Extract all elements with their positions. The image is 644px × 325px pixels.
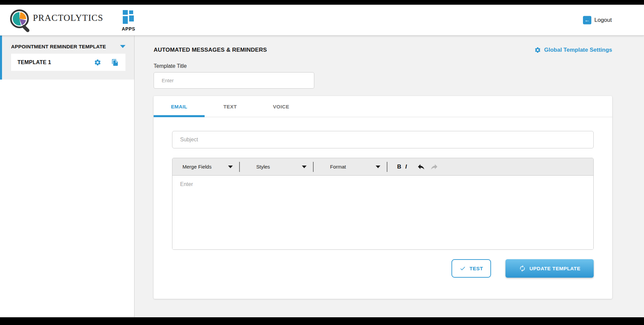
logout-button[interactable]: ← Logout [583, 16, 612, 24]
merge-fields-dropdown[interactable]: Merge Fields [182, 164, 233, 170]
redo-icon [430, 162, 438, 171]
copy-icon [111, 59, 119, 66]
chevron-down-icon [302, 166, 307, 168]
chevron-down-icon [228, 166, 233, 168]
format-dropdown[interactable]: Format [330, 164, 380, 170]
rich-text-editor: Merge Fields Styles Format [172, 158, 594, 250]
app-window: PRACTOLYTICS APPS ← Logout APPOINTMENT R… [0, 0, 644, 325]
logout-arrow-icon: ← [583, 16, 591, 24]
email-body-textarea[interactable] [172, 176, 593, 249]
top-black-bar [0, 0, 644, 5]
page-body: APPOINTMENT REMINDER TEMPLATE TEMPLATE 1 [0, 36, 644, 317]
check-icon [460, 265, 466, 272]
gear-icon [94, 59, 101, 66]
test-button[interactable]: TEST [451, 259, 491, 278]
undo-button[interactable] [417, 162, 425, 171]
redo-button[interactable] [430, 162, 438, 171]
tab-text[interactable]: TEXT [205, 96, 256, 117]
toolbar-separator [387, 162, 387, 172]
apps-button[interactable]: APPS [119, 10, 138, 32]
main-content: AUTOMATED MESSAGES & REMINDERS Global Te… [135, 36, 644, 317]
page-title: AUTOMATED MESSAGES & REMINDERS [154, 47, 267, 53]
template-dropdown-caret-icon[interactable] [120, 45, 125, 48]
italic-button[interactable]: I [405, 164, 407, 170]
brand-logo[interactable]: PRACTOLYTICS [9, 9, 103, 32]
template-name: TEMPLATE 1 [17, 59, 94, 65]
app-header: PRACTOLYTICS APPS ← Logout [0, 5, 644, 36]
bold-button[interactable]: B [397, 164, 401, 170]
chevron-down-icon [376, 166, 380, 168]
bottom-black-bar [0, 317, 644, 325]
practolytics-logo-icon [9, 9, 32, 32]
styles-dropdown[interactable]: Styles [256, 164, 307, 170]
template-settings-button[interactable] [94, 59, 101, 66]
global-template-settings-link[interactable]: Global Template Settings [534, 47, 612, 53]
template-copy-button[interactable] [111, 59, 119, 66]
tab-email[interactable]: EMAIL [154, 96, 205, 117]
editor-toolbar: Merge Fields Styles Format [172, 158, 593, 176]
template-title-input[interactable] [154, 72, 314, 89]
global-template-settings-label: Global Template Settings [544, 47, 612, 53]
gear-icon [534, 47, 541, 53]
template-list-item[interactable]: TEMPLATE 1 [11, 54, 125, 71]
message-editor-card: EMAIL TEXT VOICE Merge Fields [154, 96, 612, 299]
toolbar-separator [239, 162, 240, 172]
logout-label: Logout [594, 17, 612, 24]
update-template-button[interactable]: UPDATE TEMPLATE [505, 259, 594, 278]
sidebar: APPOINTMENT REMINDER TEMPLATE TEMPLATE 1 [0, 36, 135, 317]
sync-icon [519, 265, 526, 272]
apps-grid-icon [123, 10, 134, 25]
template-title-label: Template Title [154, 63, 612, 69]
subject-input[interactable] [172, 131, 594, 148]
sidebar-section-title: APPOINTMENT REMINDER TEMPLATE [11, 44, 106, 49]
actions-row: TEST UPDATE TEMPLATE [172, 259, 594, 278]
tab-voice[interactable]: VOICE [256, 96, 307, 117]
sidebar-template-section: APPOINTMENT REMINDER TEMPLATE TEMPLATE 1 [0, 36, 134, 80]
undo-icon [417, 162, 425, 171]
toolbar-separator [313, 162, 314, 172]
channel-tabs: EMAIL TEXT VOICE [154, 96, 612, 117]
apps-label: APPS [119, 26, 138, 32]
brand-name: PRACTOLYTICS [33, 13, 103, 23]
